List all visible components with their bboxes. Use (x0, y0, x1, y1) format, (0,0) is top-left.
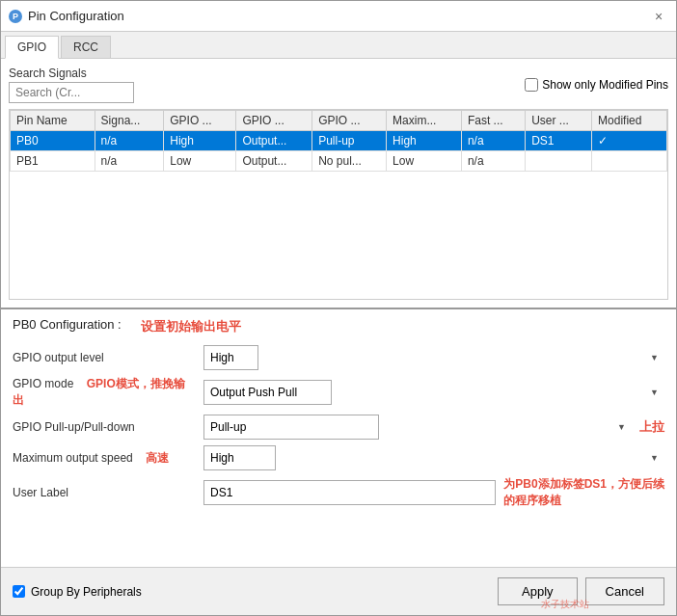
gpio-mode-select[interactable]: Output Push Pull Output Open Drain (203, 380, 332, 405)
col-modified: Modified (592, 111, 667, 131)
table-cell: Low (164, 151, 236, 172)
config-row-4: User Label 为PB0添加标签DS1，方便后续的程序移植 (13, 476, 664, 509)
config-title: PB0 Configuration : (13, 317, 122, 332)
col-signal: Signa... (95, 111, 164, 131)
tab-rcc[interactable]: RCC (61, 36, 111, 58)
content-area: Search Signals Show only Modified Pins P… (1, 59, 676, 567)
title-bar: P Pin Configuration × (1, 1, 676, 32)
gpio-output-level-select[interactable]: High Low (203, 345, 258, 370)
tab-gpio[interactable]: GPIO (5, 36, 59, 59)
watermark: 水子技术站 (541, 598, 589, 611)
table-cell: n/a (461, 151, 525, 172)
table-wrap: Pin Name Signa... GPIO ... GPIO ... GPIO… (9, 109, 668, 300)
col-maxim: Maxim... (387, 111, 462, 131)
col-user: User ... (526, 111, 592, 131)
table-row[interactable]: PB1n/aLowOutput...No pul...Lown/a (11, 151, 667, 172)
table-cell: PB0 (11, 131, 95, 151)
col-gpio3: GPIO ... (312, 111, 387, 131)
config-row-3: Maximum output speed 高速 High Low Medium (13, 445, 664, 470)
table-cell: No pul... (312, 151, 387, 172)
user-label-input[interactable] (203, 480, 496, 505)
gpio-mode-annotation: GPIO模式，推挽输出 (13, 377, 185, 407)
select-wrap-3: High Low Medium (203, 445, 664, 470)
bottom-bar-left: Group By Peripherals (13, 585, 142, 599)
search-row: Search Signals Show only Modified Pins (9, 67, 668, 103)
table-cell: High (387, 131, 462, 151)
config-label-1: GPIO mode GPIO模式，推挽输出 (13, 376, 196, 409)
window-title: Pin Configuration (28, 9, 124, 23)
gpio-pullup-select[interactable]: Pull-up Pull-down No pull-up and no pull… (203, 415, 379, 440)
select-wrap-0: High Low (203, 345, 664, 370)
main-window: P Pin Configuration × GPIO RCC Search Si… (0, 0, 677, 616)
show-modified-label: Show only Modified Pins (542, 78, 668, 92)
table-cell (526, 151, 592, 172)
search-wrap: Search Signals (9, 67, 134, 103)
config-row-2: GPIO Pull-up/Pull-down Pull-up Pull-down… (13, 415, 664, 440)
config-label-2: GPIO Pull-up/Pull-down (13, 420, 196, 434)
pullup-annotation: 上拉 (639, 418, 664, 436)
table-row[interactable]: PB0n/aHighOutput...Pull-upHighn/aDS1✓ (11, 131, 667, 151)
table-cell: n/a (95, 131, 164, 151)
group-by-peripherals-checkbox[interactable] (13, 585, 25, 598)
config-annotation-top: 设置初始输出电平 (141, 318, 241, 335)
window-icon: P (9, 10, 22, 23)
top-section: Search Signals Show only Modified Pins P… (1, 59, 676, 309)
config-title-row: PB0 Configuration : 设置初始输出电平 (13, 317, 664, 335)
table-cell: Pull-up (312, 131, 387, 151)
config-label-0: GPIO output level (13, 351, 196, 364)
show-modified-checkbox[interactable] (525, 78, 538, 92)
cancel-button[interactable]: Cancel (585, 577, 664, 605)
tabs-bar: GPIO RCC (1, 32, 676, 59)
select-wrap-1: Output Push Pull Output Open Drain (203, 380, 664, 405)
table-cell (592, 151, 667, 172)
group-by-peripherals-label: Group By Peripherals (31, 585, 142, 599)
table-cell: n/a (461, 131, 525, 151)
gpio-speed-select[interactable]: High Low Medium (203, 445, 276, 470)
table-cell: Output... (236, 131, 312, 151)
config-label-3: Maximum output speed 高速 (13, 450, 196, 467)
table-cell: DS1 (526, 131, 592, 151)
config-section: PB0 Configuration : 设置初始输出电平 GPIO output… (1, 309, 676, 567)
user-label-annotation: 为PB0添加标签DS1，方便后续的程序移植 (503, 476, 664, 509)
search-label: Search Signals (9, 67, 134, 80)
close-button[interactable]: × (649, 7, 668, 26)
bottom-bar: Group By Peripherals Apply Cancel 水子技术站 (1, 567, 676, 615)
search-input[interactable] (9, 82, 134, 103)
table-cell: n/a (95, 151, 164, 172)
speed-annotation: 高速 (146, 451, 169, 465)
show-modified-wrap: Show only Modified Pins (525, 78, 668, 92)
table-header-row: Pin Name Signa... GPIO ... GPIO ... GPIO… (11, 111, 667, 131)
col-pin-name: Pin Name (11, 111, 95, 131)
table-cell: Low (387, 151, 462, 172)
config-label-4: User Label (13, 486, 196, 499)
table-cell: High (164, 131, 236, 151)
col-gpio2: GPIO ... (236, 111, 312, 131)
col-fast: Fast ... (461, 111, 525, 131)
pins-table: Pin Name Signa... GPIO ... GPIO ... GPIO… (10, 110, 667, 172)
table-cell: PB1 (11, 151, 95, 172)
col-gpio1: GPIO ... (164, 111, 236, 131)
select-wrap-2: Pull-up Pull-down No pull-up and no pull… (203, 415, 632, 440)
config-row-0: GPIO output level High Low (13, 345, 664, 370)
config-row-1: GPIO mode GPIO模式，推挽输出 Output Push Pull O… (13, 376, 664, 409)
table-cell: Output... (236, 151, 312, 172)
table-cell: ✓ (592, 131, 667, 151)
